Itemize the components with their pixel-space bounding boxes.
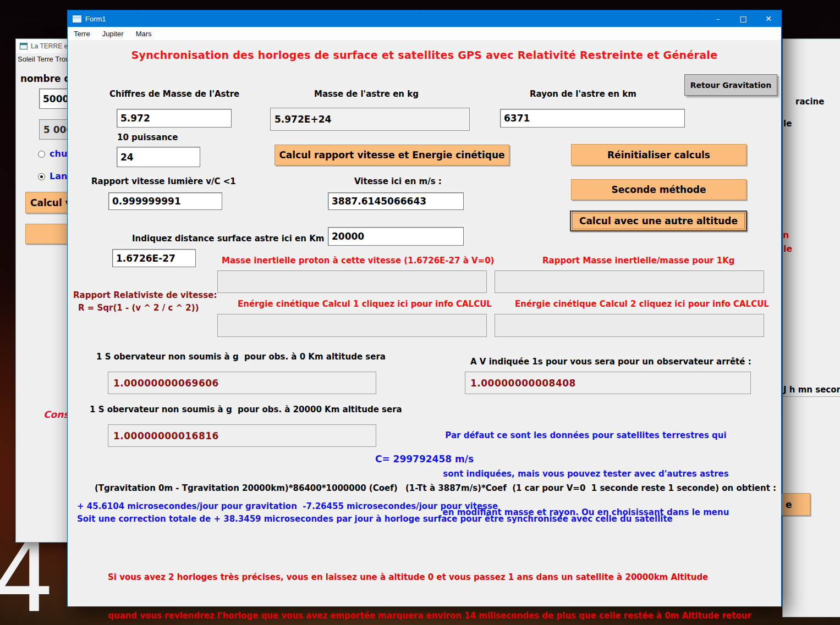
- rapport-vc-input[interactable]: [108, 192, 222, 210]
- masse-kg-field: 5.972E+24: [270, 108, 470, 131]
- page-title: Synchronisation des horloges de surface …: [68, 49, 781, 61]
- indiquez-distance-label: Indiquez distance surface astre ici en K…: [132, 234, 331, 244]
- tgrav-right-label: (1-Tt à 3887m/s)*Coef (1 car pour V=0 1 …: [405, 483, 776, 493]
- energie1-field[interactable]: [217, 314, 487, 337]
- bottom-warning-text: Si vous avez 2 horloges très précises, v…: [108, 545, 751, 625]
- nombre-label: nombre d: [20, 73, 71, 84]
- time-units-label: J h mn seconde: [783, 385, 840, 395]
- rapport-vc-label: Rapport vitesse lumière v/C <1: [91, 176, 236, 186]
- masse-kg-label: Masse de l'astre en kg: [314, 89, 419, 99]
- le-label: le: [783, 119, 792, 129]
- retour-gravitation-button[interactable]: Retour Gravitation: [684, 74, 777, 96]
- menu-terre[interactable]: Terre: [74, 30, 90, 38]
- obs-20000km-label: 1 S obervateur non soumis à g pour obs. …: [90, 405, 402, 414]
- form1-menubar: Terre Jupiter Mars: [68, 27, 781, 40]
- radio-chute[interactable]: [38, 151, 45, 158]
- le-red-label: le: [783, 244, 792, 254]
- vitesse-input[interactable]: [328, 192, 464, 210]
- energie1-label[interactable]: Enérgie cinétique Calcul 1 cliquez ici p…: [238, 299, 492, 309]
- energie2-label[interactable]: Enérgie cinétique Calcul 2 cliquez ici p…: [515, 299, 769, 309]
- fragment-button[interactable]: e: [778, 493, 810, 516]
- masse-proton-input[interactable]: [112, 249, 196, 267]
- obs-0km-value[interactable]: 1.00000000069606: [108, 372, 376, 394]
- dix-puissance-label: 10 puissance: [117, 132, 178, 142]
- form1-window: Form1 – □ ✕ Terre Jupiter Mars Synchroni…: [67, 10, 782, 607]
- tgrav-left-label: (Tgravitation 0m - Tgravitation 20000km)…: [95, 483, 398, 493]
- panel-divider: [783, 396, 840, 397]
- rayon-km-input[interactable]: [500, 109, 685, 128]
- menu-jupiter[interactable]: Jupiter: [102, 30, 124, 38]
- av-indiquee-label: A V indiquée 1s pour vous sera pour un o…: [470, 357, 751, 367]
- distance-input[interactable]: [328, 227, 464, 246]
- maximize-button[interactable]: □: [731, 10, 756, 27]
- puissance-input[interactable]: [117, 147, 200, 167]
- obs-20000km-value[interactable]: 1.00000000016816: [108, 424, 376, 447]
- chiffres-masse-label: Chiffres de Masse de l'Astre: [109, 89, 239, 99]
- radio-land[interactable]: [38, 173, 45, 180]
- rapport-masse-1kg-label: Rapport Masse inertielle/masse pour 1Kg: [542, 256, 735, 266]
- background-window-right: racine le n le J h mn seconde e: [782, 38, 840, 617]
- rapport-relativiste-label-2: R = Sqr(1 - (v ^ 2 / c ^ 2)): [78, 303, 199, 313]
- masse-inertielle-label: Masse inertielle proton à cette vitesse …: [222, 256, 494, 266]
- racine-label: racine: [795, 97, 824, 107]
- reinitialiser-button[interactable]: Réinitialiser calculs: [571, 144, 746, 165]
- av-1s-value[interactable]: 1.00000000008408: [465, 372, 751, 394]
- correction-line2: Soit une correction totale de + 38.3459 …: [77, 514, 673, 524]
- vitesse-ici-label: Vitesse ici en m/s :: [354, 176, 442, 186]
- rapport-masse-field[interactable]: [495, 270, 764, 293]
- form1-title: Form1: [85, 15, 106, 23]
- menu-mars[interactable]: Mars: [136, 30, 152, 38]
- close-button[interactable]: ✕: [756, 10, 781, 27]
- n-red-label: n: [783, 230, 789, 240]
- energie2-field[interactable]: [495, 314, 764, 337]
- form-icon: [73, 15, 81, 23]
- cons-label: Cons: [43, 409, 69, 420]
- wallpaper-numeral: 4: [0, 529, 54, 625]
- masse-inertielle-field[interactable]: [217, 270, 487, 293]
- background-window-menubar[interactable]: Soleil Terre Trous: [18, 55, 73, 63]
- rayon-km-label: Rayon de l'astre en km: [530, 89, 636, 99]
- obs-0km-label: 1 S obervateur non soumis à g pour obs. …: [96, 352, 386, 362]
- chiffres-masse-input[interactable]: [117, 109, 232, 128]
- seconde-methode-button[interactable]: Seconde méthode: [571, 179, 746, 200]
- background-window-title: La TERRE et: [31, 42, 69, 50]
- correction-line1: + 45.6104 microsecondes/jour pour gravit…: [77, 501, 498, 511]
- calcul-rapport-button[interactable]: Calcul rapport vitesse et Energie cinéti…: [274, 145, 509, 165]
- window-icon: [20, 43, 28, 49]
- rapport-relativiste-label-1: Rapport Relativiste de vitesse:: [73, 290, 217, 300]
- autre-altitude-button[interactable]: Calcul avec une autre altitude: [570, 211, 747, 231]
- c-value-label: C= 299792458 m/s: [68, 453, 781, 464]
- minimize-button[interactable]: –: [705, 10, 731, 27]
- form1-titlebar: Form1 – □ ✕: [68, 10, 781, 27]
